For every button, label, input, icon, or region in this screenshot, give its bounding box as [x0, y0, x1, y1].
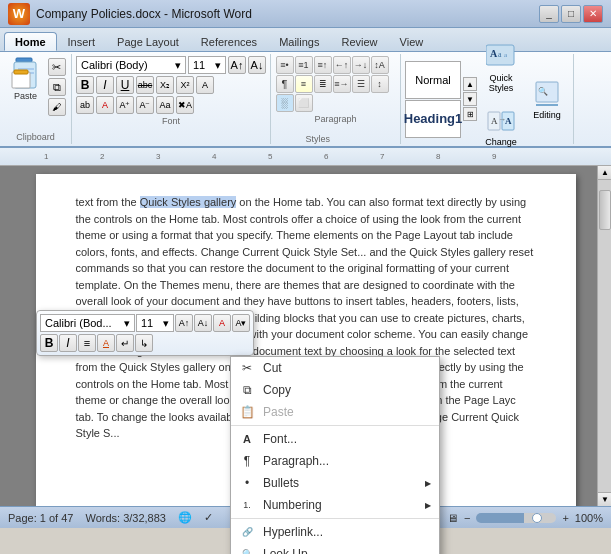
ctx-cut[interactable]: ✂ Cut [231, 357, 439, 379]
line-spacing-button[interactable]: ↕ [371, 75, 389, 93]
tab-insert[interactable]: Insert [57, 32, 107, 51]
bold-button[interactable]: B [76, 76, 94, 94]
superscript-button[interactable]: X² [176, 76, 194, 94]
zoom-slider[interactable] [476, 513, 556, 523]
zoom-out-button[interactable]: − [464, 512, 470, 524]
tab-mailings[interactable]: Mailings [268, 32, 330, 51]
tab-review[interactable]: Review [330, 32, 388, 51]
decrease-indent-button[interactable]: ←↑ [333, 56, 351, 74]
mini-font-color[interactable]: A [213, 314, 231, 332]
ctx-numbering[interactable]: 1. Numbering ▶ [231, 494, 439, 516]
style-normal[interactable]: Normal [405, 61, 461, 99]
bullets-button[interactable]: ≡• [276, 56, 294, 74]
mini-shrink-font[interactable]: A↓ [194, 314, 212, 332]
ctx-lookup[interactable]: 🔍 Look Up... [231, 543, 439, 554]
title-controls[interactable]: _ □ ✕ [539, 5, 603, 23]
highlight-color-button[interactable]: ab [76, 96, 94, 114]
ctx-hyperlink[interactable]: 🔗 Hyperlink... [231, 521, 439, 543]
clear-format-button[interactable]: A [196, 76, 214, 94]
show-marks-button[interactable]: ¶ [276, 75, 294, 93]
numbering-ctx-icon: 1. [239, 497, 255, 513]
ctx-copy[interactable]: ⧉ Copy [231, 379, 439, 401]
vertical-scrollbar[interactable]: ▲ ▼ [597, 166, 611, 506]
ctx-cut-label: Cut [263, 361, 431, 375]
border-button[interactable]: ⬜ [295, 94, 313, 112]
view-web-icon[interactable]: 🖥 [447, 512, 458, 524]
font-controls: Calibri (Body) ▾ 11 ▾ A↑ A↓ B I U abc X₂… [76, 56, 266, 114]
align-center-button[interactable]: ≣ [314, 75, 332, 93]
editing-button[interactable]: 🔍 Editing [525, 74, 569, 124]
styles-scroll-down[interactable]: ▼ [463, 92, 477, 106]
numbering-button[interactable]: ≡1 [295, 56, 313, 74]
mini-unindent[interactable]: ↳ [135, 334, 153, 352]
font-size-dropdown[interactable]: 11 ▾ [188, 56, 226, 74]
ctx-font[interactable]: A Font... [231, 428, 439, 450]
font-color-button[interactable]: A [96, 96, 114, 114]
mini-indent[interactable]: ↵ [116, 334, 134, 352]
align-right-button[interactable]: ≡→ [333, 75, 351, 93]
tab-view[interactable]: View [389, 32, 435, 51]
ctx-paragraph-label: Paragraph... [263, 454, 431, 468]
ctx-paste[interactable]: 📋 Paste [231, 401, 439, 423]
zoom-thumb[interactable] [532, 513, 542, 523]
scrollbar-thumb[interactable] [599, 190, 611, 230]
close-button[interactable]: ✕ [583, 5, 603, 23]
copy-button[interactable]: ⧉ [48, 78, 66, 96]
language-indicator: 🌐 [178, 511, 192, 524]
font-grow2-button[interactable]: A⁻ [136, 96, 154, 114]
paste-button[interactable]: Paste [6, 56, 46, 103]
italic-button[interactable]: I [96, 76, 114, 94]
ribbon-group-clipboard: Paste ✂ ⧉ 🖌 Clipboard [0, 54, 72, 144]
tab-references[interactable]: References [190, 32, 268, 51]
styles-expand[interactable]: ⊞ [463, 107, 477, 121]
styles-group-label: Styles [306, 134, 331, 144]
font-size-up-button[interactable]: A⁺ [116, 96, 134, 114]
justify-button[interactable]: ☰ [352, 75, 370, 93]
mini-font-size[interactable]: 11 ▾ [136, 314, 174, 332]
font-name-dropdown[interactable]: Calibri (Body) ▾ [76, 56, 186, 74]
underline-button[interactable]: U [116, 76, 134, 94]
tab-home[interactable]: Home [4, 32, 57, 51]
align-left-button[interactable]: ≡ [295, 75, 313, 93]
status-left: Page: 1 of 47 Words: 3/32,883 🌐 ✓ [8, 511, 213, 524]
tab-page-layout[interactable]: Page Layout [106, 32, 190, 51]
minimize-button[interactable]: _ [539, 5, 559, 23]
mini-align-left[interactable]: ≡ [78, 334, 96, 352]
mini-font-color2[interactable]: A [97, 334, 115, 352]
cut-button[interactable]: ✂ [48, 58, 66, 76]
mini-font-name[interactable]: Calibri (Bod... ▾ [40, 314, 135, 332]
subscript-button[interactable]: X₂ [156, 76, 174, 94]
ctx-bullets[interactable]: • Bullets ▶ [231, 472, 439, 494]
mini-highlight[interactable]: A▾ [232, 314, 250, 332]
mini-toolbar: Calibri (Bod... ▾ 11 ▾ A↑ A↓ A A▾ B I ≡ … [36, 310, 254, 356]
clear-button[interactable]: ✖A [176, 96, 194, 114]
ctx-copy-label: Copy [263, 383, 431, 397]
styles-scroll-up[interactable]: ▲ [463, 77, 477, 91]
paste-label: Paste [14, 91, 37, 101]
maximize-button[interactable]: □ [561, 5, 581, 23]
zoom-in-button[interactable]: + [562, 512, 568, 524]
highlighted-text: Quick Styles gallery [140, 196, 237, 208]
grow-font-button[interactable]: A↑ [228, 56, 246, 74]
scroll-up-button[interactable]: ▲ [598, 166, 611, 180]
style-heading1[interactable]: Heading1 [405, 100, 461, 138]
strikethrough-button[interactable]: abc [136, 76, 154, 94]
scroll-down-button[interactable]: ▼ [598, 492, 611, 506]
multilevel-button[interactable]: ≡↑ [314, 56, 332, 74]
mini-grow-font[interactable]: A↑ [175, 314, 193, 332]
ctx-paragraph[interactable]: ¶ Paragraph... [231, 450, 439, 472]
format-painter-button[interactable]: 🖌 [48, 98, 66, 116]
svg-text:→: → [498, 115, 506, 124]
sort-button[interactable]: ↕A [371, 56, 389, 74]
scrollbar-track[interactable] [598, 180, 611, 492]
increase-indent-button[interactable]: →↓ [352, 56, 370, 74]
change-case-button[interactable]: Aa [156, 96, 174, 114]
office-logo: W [8, 3, 30, 25]
ctx-separator-2 [231, 518, 439, 519]
shrink-font-button[interactable]: A↓ [248, 56, 266, 74]
quick-styles-button[interactable]: A a a QuickStyles [479, 37, 523, 97]
ctx-separator-1 [231, 425, 439, 426]
mini-italic[interactable]: I [59, 334, 77, 352]
shading-button[interactable]: ░ [276, 94, 294, 112]
mini-bold[interactable]: B [40, 334, 58, 352]
